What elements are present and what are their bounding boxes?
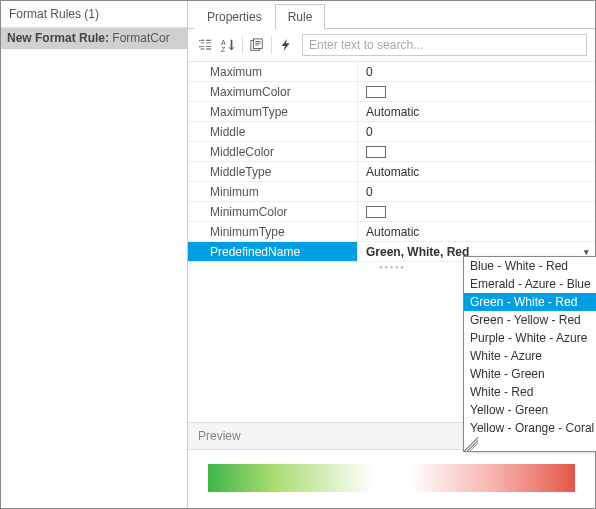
svg-text:A: A bbox=[221, 39, 226, 46]
prop-row-middle-color[interactable]: MiddleColor bbox=[188, 142, 595, 162]
prop-label: MiddleType bbox=[188, 162, 358, 181]
prop-label: PredefinedName bbox=[188, 242, 358, 261]
property-grid: Maximum 0 MaximumColor MaximumType Autom… bbox=[188, 62, 595, 262]
prop-value[interactable] bbox=[358, 82, 595, 101]
predefined-name-dropdown[interactable]: Blue - White - Red Emerald - Azure - Blu… bbox=[463, 256, 596, 452]
prop-value[interactable]: Automatic bbox=[358, 162, 595, 181]
prop-row-minimum-color[interactable]: MinimumColor bbox=[188, 202, 595, 222]
dropdown-option[interactable]: Emerald - Azure - Blue bbox=[464, 275, 596, 293]
format-rule-item-label: New Format Rule: bbox=[7, 31, 109, 45]
dropdown-option[interactable]: Yellow - Green bbox=[464, 401, 596, 419]
format-preview-gradient bbox=[208, 464, 575, 492]
prop-label: Middle bbox=[188, 122, 358, 141]
property-grid-toolbar: AZ bbox=[188, 29, 595, 62]
prop-value-text: Green, White, Red bbox=[366, 242, 469, 262]
format-rules-panel: Format Rules (1) New Format Rule: Format… bbox=[1, 1, 188, 508]
prop-row-middle[interactable]: Middle 0 bbox=[188, 122, 595, 142]
prop-label: MinimumColor bbox=[188, 202, 358, 221]
search-input[interactable] bbox=[302, 34, 587, 56]
sort-az-icon[interactable]: AZ bbox=[218, 35, 238, 55]
dropdown-option[interactable]: White - Red bbox=[464, 383, 596, 401]
dropdown-option[interactable]: Green - Yellow - Red bbox=[464, 311, 596, 329]
prop-value[interactable] bbox=[358, 142, 595, 161]
dropdown-option[interactable]: Blue - White - Red bbox=[464, 257, 596, 275]
color-swatch bbox=[366, 206, 386, 218]
dropdown-option[interactable]: White - Green bbox=[464, 365, 596, 383]
prop-label: MaximumType bbox=[188, 102, 358, 121]
prop-value[interactable]: Automatic bbox=[358, 222, 595, 241]
color-swatch bbox=[366, 86, 386, 98]
prop-label: Minimum bbox=[188, 182, 358, 201]
prop-label: Maximum bbox=[188, 62, 358, 81]
prop-label: MiddleColor bbox=[188, 142, 358, 161]
categorize-icon[interactable] bbox=[196, 35, 216, 55]
resize-handle-icon[interactable] bbox=[464, 437, 478, 451]
dropdown-option[interactable]: Purple - White - Azure bbox=[464, 329, 596, 347]
format-rule-item-name: FormatCor bbox=[112, 31, 169, 45]
lightning-icon[interactable] bbox=[276, 35, 296, 55]
prop-row-minimum[interactable]: Minimum 0 bbox=[188, 182, 595, 202]
prop-label: MaximumColor bbox=[188, 82, 358, 101]
dropdown-option[interactable]: Yellow - Orange - Coral bbox=[464, 419, 596, 437]
prop-value[interactable]: 0 bbox=[358, 62, 595, 81]
tab-strip: Properties Rule bbox=[188, 1, 595, 29]
format-rule-item[interactable]: New Format Rule: FormatCor bbox=[1, 28, 187, 49]
vertical-splitter[interactable]: ····· bbox=[185, 247, 187, 262]
prop-value[interactable] bbox=[358, 202, 595, 221]
prop-row-middle-type[interactable]: MiddleType Automatic bbox=[188, 162, 595, 182]
prop-value[interactable]: 0 bbox=[358, 182, 595, 201]
prop-row-minimum-type[interactable]: MinimumType Automatic bbox=[188, 222, 595, 242]
format-rules-header: Format Rules (1) bbox=[1, 1, 187, 28]
dropdown-option[interactable]: White - Azure bbox=[464, 347, 596, 365]
svg-text:Z: Z bbox=[221, 46, 226, 52]
prop-value[interactable]: 0 bbox=[358, 122, 595, 141]
prop-value[interactable]: Automatic bbox=[358, 102, 595, 121]
prop-row-maximum[interactable]: Maximum 0 bbox=[188, 62, 595, 82]
tab-properties[interactable]: Properties bbox=[194, 4, 275, 29]
color-swatch bbox=[366, 146, 386, 158]
dropdown-grip[interactable]: ● ● ● ● ● bbox=[478, 437, 596, 449]
prop-row-maximum-color[interactable]: MaximumColor bbox=[188, 82, 595, 102]
tab-rule[interactable]: Rule bbox=[275, 4, 326, 29]
dropdown-option[interactable]: Green - White - Red bbox=[464, 293, 596, 311]
prop-label: MinimumType bbox=[188, 222, 358, 241]
property-pages-icon[interactable] bbox=[247, 35, 267, 55]
prop-row-maximum-type[interactable]: MaximumType Automatic bbox=[188, 102, 595, 122]
